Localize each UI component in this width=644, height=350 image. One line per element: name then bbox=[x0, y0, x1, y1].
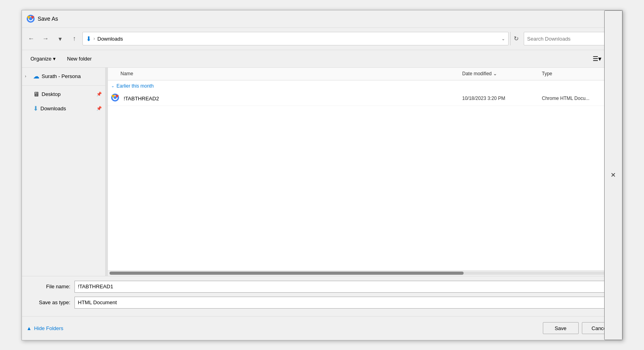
save-as-type-label: Save as type: bbox=[27, 299, 74, 305]
file-type: Chrome HTML Docu... bbox=[542, 96, 614, 101]
address-bar[interactable]: ⬇ › Downloads ⌄ bbox=[82, 32, 509, 45]
search-input[interactable] bbox=[527, 36, 607, 42]
scrollbar-track bbox=[110, 272, 615, 275]
title-bar: Save As ✕ bbox=[22, 10, 622, 28]
back-button[interactable]: ← bbox=[25, 32, 38, 45]
desktop-label: Desktop bbox=[42, 91, 94, 97]
file-name-input[interactable]: !TABTHREAD1 ⌄ bbox=[74, 281, 618, 293]
dropdown-button[interactable]: ▾ bbox=[54, 32, 67, 45]
sidebar-divider-1 bbox=[22, 85, 105, 86]
save-as-type-input[interactable]: HTML Document ⌄ bbox=[74, 297, 618, 309]
col-name-header: Name bbox=[111, 71, 462, 76]
sidebar: › ☁ Surath - Persona 🖥 Desktop 📌 ⬇ Downl… bbox=[22, 68, 106, 276]
pin-downloads-icon: 📌 bbox=[96, 106, 102, 111]
refresh-button[interactable]: ↻ bbox=[510, 32, 522, 45]
svg-point-6 bbox=[114, 96, 116, 99]
group-collapse-icon: ⌄ bbox=[111, 84, 114, 88]
save-button[interactable]: Save bbox=[543, 322, 579, 334]
main-content: › ☁ Surath - Persona 🖥 Desktop 📌 ⬇ Downl… bbox=[22, 68, 622, 276]
close-button[interactable]: ✕ bbox=[604, 10, 622, 340]
save-as-dialog: Save As ✕ ← → ▾ ↑ ⬇ › Downloads ⌄ ↻ 🔍 Or… bbox=[22, 10, 623, 340]
save-as-type-value: HTML Document bbox=[78, 299, 611, 305]
dialog-title: Save As bbox=[38, 16, 618, 22]
downloads-label: Downloads bbox=[41, 106, 94, 111]
footer: ▲ Hide Folders Save Cancel bbox=[22, 316, 622, 340]
downloads-folder-icon: ⬇ bbox=[86, 35, 91, 43]
organize-button[interactable]: Organize ▾ bbox=[27, 53, 60, 64]
sidebar-item-downloads[interactable]: ⬇ Downloads 📌 bbox=[22, 102, 105, 116]
file-name-row: File name: !TABTHREAD1 ⌄ bbox=[27, 280, 618, 293]
sidebar-item-onedrive[interactable]: › ☁ Surath - Persona bbox=[22, 69, 105, 84]
pin-desktop-icon: 📌 bbox=[96, 92, 102, 97]
scrollbar-thumb[interactable] bbox=[110, 272, 464, 275]
group-header-label: Earlier this month bbox=[117, 83, 154, 89]
table-row[interactable]: !TABTHREAD2 10/18/2023 3:20 PM Chrome HT… bbox=[108, 92, 617, 106]
bottom-form-area: File name: !TABTHREAD1 ⌄ Save as type: H… bbox=[22, 276, 622, 316]
svg-point-3 bbox=[29, 18, 32, 20]
hide-folders-label: Hide Folders bbox=[34, 325, 63, 331]
file-name-label: File name: bbox=[27, 284, 74, 289]
file-date: 10/18/2023 3:20 PM bbox=[462, 96, 542, 101]
up-button[interactable]: ↑ bbox=[68, 32, 81, 45]
file-name-value: !TABTHREAD1 bbox=[78, 284, 611, 289]
toolbar: Organize ▾ New folder ☰ ▾ ? bbox=[22, 50, 622, 68]
file-area: Name Date modified ⌄ Type ⌄ Earlier this… bbox=[108, 68, 617, 276]
desktop-icon: 🖥 bbox=[33, 91, 39, 98]
file-chrome-icon bbox=[111, 94, 121, 103]
col-date-header[interactable]: Date modified ⌄ bbox=[462, 71, 542, 76]
sidebar-item-desktop[interactable]: 🖥 Desktop 📌 bbox=[22, 87, 105, 102]
chrome-logo-icon bbox=[27, 15, 35, 23]
file-name: !TABTHREAD2 bbox=[124, 96, 462, 102]
onedrive-label: Surath - Persona bbox=[42, 73, 102, 79]
new-folder-button[interactable]: New folder bbox=[63, 53, 96, 64]
nav-bar: ← → ▾ ↑ ⬇ › Downloads ⌄ ↻ 🔍 bbox=[22, 28, 622, 50]
path-separator: › bbox=[94, 36, 95, 41]
sort-indicator-icon: ⌄ bbox=[493, 71, 497, 76]
view-options-button[interactable]: ☰ ▾ bbox=[591, 53, 603, 64]
col-type-header: Type bbox=[542, 71, 614, 76]
group-earlier-this-month[interactable]: ⌄ Earlier this month bbox=[108, 80, 617, 92]
address-dropdown-arrow[interactable]: ⌄ bbox=[501, 36, 505, 41]
onedrive-cloud-icon: ☁ bbox=[33, 72, 39, 80]
hide-folders-button[interactable]: ▲ Hide Folders bbox=[27, 325, 64, 331]
file-list: ⌄ Earlier this month bbox=[108, 80, 617, 270]
expand-arrow-icon: › bbox=[25, 74, 31, 78]
downloads-icon: ⬇ bbox=[33, 105, 38, 112]
file-list-header: Name Date modified ⌄ Type bbox=[108, 68, 617, 80]
current-path: Downloads bbox=[98, 36, 499, 42]
forward-button[interactable]: → bbox=[39, 32, 52, 45]
hide-folders-arrow-icon: ▲ bbox=[27, 325, 32, 331]
horizontal-scrollbar[interactable] bbox=[108, 270, 617, 276]
save-type-row: Save as type: HTML Document ⌄ bbox=[27, 296, 618, 309]
